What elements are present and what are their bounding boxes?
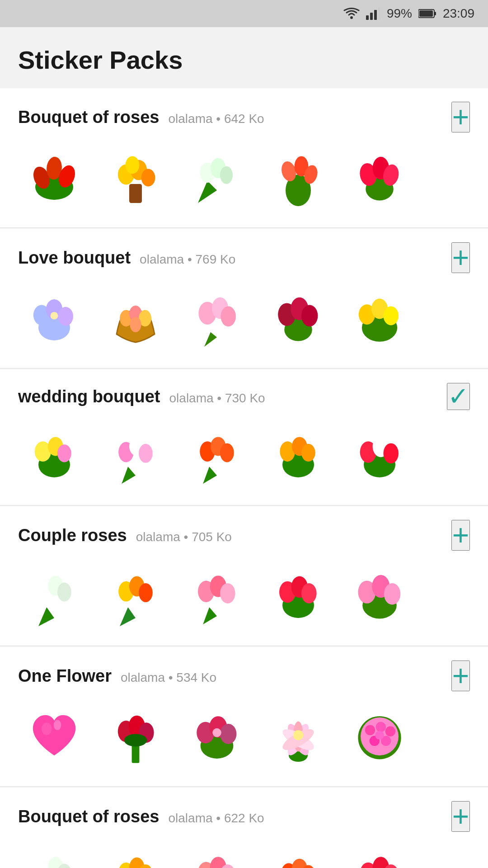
add-pack-button[interactable]: +	[451, 242, 470, 273]
sticker	[343, 282, 416, 354]
svg-rect-4	[378, 7, 380, 20]
svg-rect-6	[434, 12, 436, 15]
svg-point-89	[384, 583, 400, 605]
signal-icon	[366, 7, 380, 20]
svg-point-69	[383, 443, 399, 463]
svg-marker-58	[203, 467, 217, 484]
sticker	[99, 560, 172, 632]
pack-header: One Flower olalama • 534 Ko +	[18, 660, 470, 691]
pack-header: Bouquet of roses olalama • 622 Ko +	[18, 801, 470, 832]
sticker	[262, 841, 334, 868]
pack-meta: olalama • 642 Ko	[168, 112, 264, 126]
svg-point-16	[126, 156, 140, 174]
svg-marker-78	[203, 607, 217, 624]
sticker	[18, 419, 90, 491]
pack-name: Bouquet of roses	[18, 108, 159, 127]
svg-rect-7	[419, 10, 433, 17]
added-pack-button[interactable]: ✓	[447, 383, 470, 410]
stickers-row	[18, 841, 470, 868]
sticker	[181, 560, 253, 632]
add-pack-button[interactable]: +	[451, 102, 470, 132]
battery-percent: 99%	[387, 6, 412, 21]
sticker	[99, 419, 172, 491]
svg-point-85	[301, 583, 317, 604]
svg-point-111	[365, 725, 375, 735]
sticker	[99, 841, 172, 868]
svg-point-33	[51, 312, 58, 320]
svg-point-91	[54, 720, 61, 730]
sticker	[343, 419, 416, 491]
sticker	[262, 560, 334, 632]
pack-meta: olalama • 705 Ko	[136, 530, 232, 544]
svg-rect-1	[366, 15, 369, 20]
svg-point-100	[220, 724, 236, 744]
pack-header: Couple roses olalama • 705 Ko +	[18, 520, 470, 551]
stickers-row	[18, 282, 470, 354]
svg-point-96	[124, 734, 147, 746]
battery-icon	[418, 9, 436, 19]
svg-point-112	[376, 722, 386, 732]
wifi-icon	[343, 7, 360, 20]
status-icons: 99% 23:09	[343, 6, 474, 21]
svg-point-90	[42, 722, 52, 735]
sticker	[262, 419, 334, 491]
pack-header: Bouquet of roses olalama • 642 Ko +	[18, 102, 470, 132]
svg-marker-74	[120, 607, 136, 626]
svg-point-81	[220, 583, 235, 604]
stickers-row	[18, 560, 470, 632]
sticker	[18, 841, 90, 868]
svg-point-65	[301, 444, 315, 462]
add-pack-button[interactable]: +	[451, 801, 470, 832]
svg-point-108	[293, 730, 303, 740]
svg-point-77	[139, 583, 153, 602]
svg-point-61	[220, 443, 234, 462]
svg-point-57	[139, 444, 153, 463]
stickers-row	[18, 419, 470, 491]
sticker	[343, 841, 416, 868]
svg-point-15	[141, 169, 155, 186]
svg-point-53	[57, 444, 71, 462]
svg-rect-2	[370, 13, 373, 20]
add-pack-button[interactable]: +	[451, 520, 470, 551]
pack-name: One Flower	[18, 666, 112, 686]
sticker	[99, 142, 172, 214]
time-display: 23:09	[443, 6, 474, 21]
svg-point-41	[221, 306, 236, 326]
svg-point-20	[220, 166, 233, 184]
pack-name: Love bouquet	[18, 248, 131, 268]
sticker	[262, 142, 334, 214]
pack-name: wedding bouquet	[18, 387, 160, 406]
pack-name: Bouquet of roses	[18, 807, 159, 826]
sticker	[18, 282, 90, 354]
pack-item: Couple roses olalama • 705 Ko +	[0, 506, 488, 646]
sticker	[181, 142, 253, 214]
pack-list: Bouquet of roses olalama • 642 Ko +	[0, 88, 488, 868]
sticker	[181, 282, 253, 354]
pack-name: Couple roses	[18, 526, 127, 545]
add-pack-button[interactable]: +	[451, 660, 470, 691]
svg-rect-3	[374, 10, 377, 20]
pack-header: Love bouquet olalama • 769 Ko +	[18, 242, 470, 273]
svg-point-49	[383, 306, 399, 325]
svg-point-45	[301, 305, 318, 327]
sticker	[181, 419, 253, 491]
svg-marker-38	[204, 332, 217, 347]
sticker	[18, 142, 90, 214]
svg-point-32	[58, 307, 73, 326]
sticker	[99, 700, 172, 773]
pack-meta: olalama • 534 Ko	[121, 670, 216, 685]
svg-point-116	[375, 731, 384, 740]
svg-point-0	[350, 16, 353, 19]
svg-rect-12	[129, 184, 142, 203]
svg-marker-54	[122, 467, 136, 484]
sticker	[343, 560, 416, 632]
pack-meta: olalama • 730 Ko	[169, 391, 265, 406]
pack-item: Love bouquet olalama • 769 Ko +	[0, 229, 488, 368]
sticker	[181, 841, 253, 868]
status-bar: 99% 23:09	[0, 0, 488, 27]
pack-item: Bouquet of roses olalama • 622 Ko +	[0, 788, 488, 868]
svg-marker-17	[198, 181, 217, 203]
svg-point-73	[57, 583, 71, 602]
svg-point-37	[130, 317, 141, 332]
pack-meta: olalama • 622 Ko	[168, 811, 264, 826]
